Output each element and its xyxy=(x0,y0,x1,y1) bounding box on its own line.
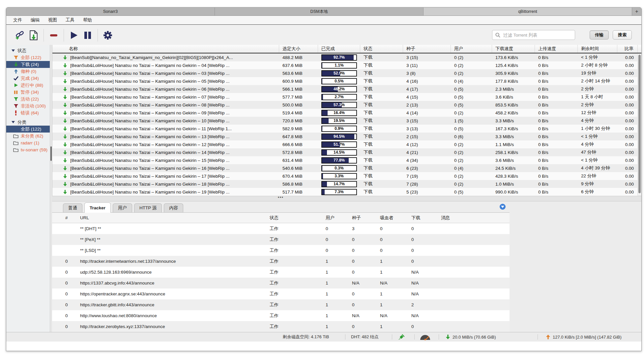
add-torrent-link-button[interactable] xyxy=(13,28,27,42)
torrent-row[interactable]: [BeanSub&LoliHouse] Nanatsu no Taizai – … xyxy=(52,93,637,101)
torrent-row[interactable]: [BeanSub&LoliHouse] Nanatsu no Taizai – … xyxy=(52,172,637,180)
torrent-list-scrollbar-thumb[interactable] xyxy=(638,55,641,193)
col-peers: 0 (4) xyxy=(451,166,492,171)
torrent-row[interactable]: [BeanSub&LoliHouse] Nanatsu no Taizai – … xyxy=(52,156,637,164)
torrent-row[interactable]: [BeanSub&LoliHouse] Nanatsu no Taizai – … xyxy=(52,125,637,133)
tracker-row[interactable]: 0udp://52.58.128.163:6969/announce工作101N… xyxy=(52,267,510,278)
sidebar-item-status[interactable]: 活动 (22) xyxy=(6,96,50,103)
menu-item[interactable]: 视图 xyxy=(44,17,61,23)
torrent-column-header[interactable]: 状态 xyxy=(360,45,403,53)
tracker-column-header[interactable]: 用户 xyxy=(326,215,352,221)
tracker-row[interactable]: ** [PeX] **工作0000 xyxy=(52,234,510,245)
sidebar-item-category[interactable]: tv-sonarr (59) xyxy=(6,146,50,153)
col-dl_speed: 125.4 KiB/s xyxy=(492,63,535,68)
sidebar-item-status[interactable]: 完成 (34) xyxy=(6,75,50,82)
pause-button[interactable] xyxy=(81,28,95,42)
details-tab-http-源[interactable]: HTTP 源 xyxy=(134,203,162,212)
sidebar-item-status[interactable]: 全部 (122) xyxy=(6,54,50,61)
torrent-column-header[interactable]: 上传速度 xyxy=(535,45,578,53)
sidebar-item-status[interactable]: 做种 (0) xyxy=(6,68,50,75)
torrent-column-header[interactable]: 下载速度 xyxy=(492,45,535,53)
window-tab[interactable]: Sonarr3 xyxy=(6,8,215,15)
torrent-column-header[interactable]: 比率 xyxy=(617,45,638,53)
search-view-button[interactable]: 搜索 xyxy=(613,30,632,40)
new-tab-button[interactable]: + xyxy=(632,8,641,15)
tracker-row[interactable]: 0http://tracker.zerobytes.xyz:1337/annou… xyxy=(52,321,510,332)
connection-status-icon[interactable] xyxy=(398,332,404,342)
torrent-filter-input[interactable] xyxy=(503,32,572,38)
torrent-name: [BeanSub][Nanatsu_no_Taizai_Kamigami_no_… xyxy=(70,55,233,60)
tracker-row[interactable]: 0https://opentracker.acgnx.se:443/announ… xyxy=(52,288,510,299)
sidebar-item-status[interactable]: 错误 (64) xyxy=(6,109,50,116)
torrent-column-header[interactable]: 名称 xyxy=(52,45,279,53)
sidebar-item-status[interactable]: 非活动 (100) xyxy=(6,103,50,109)
window-tab[interactable]: DSM本地 xyxy=(215,8,424,15)
details-tab-tracker[interactable]: Tracker xyxy=(84,202,111,213)
menu-item[interactable]: 帮助 xyxy=(79,17,96,23)
tracker-column-header[interactable]: 吸血者 xyxy=(380,215,411,221)
tracker-row[interactable]: 0https://1337.abcvg.info:443/announce工作1… xyxy=(52,278,510,288)
add-torrent-file-button[interactable] xyxy=(27,28,41,42)
tracker-column-header[interactable]: 消息 xyxy=(441,215,510,221)
torrent-row[interactable]: [BeanSub&LoliHouse] Nanatsu no Taizai – … xyxy=(52,140,637,148)
col-size: 519.4 MiB xyxy=(279,110,318,115)
tracker-row[interactable]: ** [DHT] **工作0300 xyxy=(52,223,510,234)
torrent-row[interactable]: [BeanSub&LoliHouse] Nanatsu no Taizai – … xyxy=(52,101,637,109)
torrent-column-header[interactable]: 种子 xyxy=(403,45,451,53)
col-status: 下载 xyxy=(360,118,403,124)
tracker-column-header[interactable]: # xyxy=(52,215,80,220)
torrent-column-header[interactable]: 剩余时间 xyxy=(578,45,617,53)
torrent-row[interactable]: [BeanSub&LoliHouse] Nanatsu no Taizai – … xyxy=(52,69,637,77)
torrent-row[interactable]: [BeanSub&LoliHouse] Nanatsu no Taizai – … xyxy=(52,61,637,69)
sidebar-item-category[interactable]: 未分类 (62) xyxy=(6,133,50,139)
torrent-row[interactable]: [BeanSub&LoliHouse] Nanatsu no Taizai – … xyxy=(52,180,637,188)
details-tab-内容[interactable]: 内容 xyxy=(164,203,183,212)
details-tab-普通[interactable]: 普通 xyxy=(63,203,82,212)
torrent-row[interactable]: [BeanSub&LoliHouse] Nanatsu no Taizai – … xyxy=(52,133,637,140)
torrent-row[interactable]: [BeanSub&LoliHouse] Nanatsu no Taizai – … xyxy=(52,77,637,85)
sidebar-item-status[interactable]: 暂停 (34) xyxy=(6,89,50,96)
torrent-column-header[interactable]: 用户 xyxy=(451,45,492,53)
col-status: 下载 xyxy=(360,54,403,60)
options-button[interactable] xyxy=(101,28,115,42)
splitter-handle[interactable]: ⋯ xyxy=(52,194,510,201)
tracker-column-header[interactable]: URL xyxy=(80,215,270,220)
chevron-down-icon xyxy=(12,49,15,52)
speed-limits-gauge-icon[interactable] xyxy=(420,332,431,342)
tracker-column-header[interactable]: 状态 xyxy=(270,215,326,221)
torrent-row[interactable]: [BeanSub][Nanatsu_no_Taizai_Kamigami_no_… xyxy=(52,53,637,61)
resume-button[interactable] xyxy=(67,28,81,42)
col-size: 600.9 MiB xyxy=(279,79,318,84)
sidebar-item-category[interactable]: 全部 (122) xyxy=(6,126,50,133)
torrent-row[interactable]: [BeanSub&LoliHouse] Nanatsu no Taizai – … xyxy=(52,117,637,125)
sidebar-scrollbar-thumb[interactable] xyxy=(50,146,52,161)
details-collapse-button[interactable] xyxy=(500,204,506,210)
sidebar-item-category[interactable]: radarr (1) xyxy=(6,139,50,146)
delete-torrent-button[interactable] xyxy=(47,28,61,42)
sidebar-item-status[interactable]: 进行中 (88) xyxy=(6,82,50,89)
torrent-row[interactable]: [BeanSub&LoliHouse] Nanatsu no Taizai – … xyxy=(52,164,637,172)
tracker-col-downloaded: 0 xyxy=(411,248,441,253)
tracker-column-header[interactable]: 下载 xyxy=(411,215,441,221)
tracker-column-header[interactable]: 种子 xyxy=(352,215,380,221)
sidebar-item-status[interactable]: 下载 (24) xyxy=(6,61,50,68)
torrent-row[interactable]: [BeanSub&LoliHouse] Nanatsu no Taizai – … xyxy=(52,148,637,156)
transfers-view-button[interactable]: 传输 xyxy=(590,30,609,40)
details-tab-用户[interactable]: 用户 xyxy=(113,203,132,212)
tracker-row[interactable]: 0http://tracker.internetwarriors.net:133… xyxy=(52,256,510,267)
tracker-row[interactable]: 0http://www.loushao.net:8080/announce工作1… xyxy=(52,310,510,321)
torrent-row[interactable]: [BeanSub&LoliHouse] Nanatsu no Taizai – … xyxy=(52,85,637,93)
tracker-col-leeches: 1 xyxy=(380,324,411,329)
torrent-list-scrollbar[interactable] xyxy=(637,54,641,195)
filter-sidebar: 状态 全部 (122)下载 (24)做种 (0)完成 (34)进行中 (88)暂… xyxy=(6,45,50,342)
tracker-row[interactable]: 0https://tracker.gbitt.info:443/announce… xyxy=(52,299,510,310)
torrent-row[interactable]: [BeanSub&LoliHouse] Nanatsu no Taizai – … xyxy=(52,109,637,117)
global-upload-speed: 127.0 KiB/s [2.0 MiB/s] (147.82 GiB) xyxy=(545,332,622,342)
torrent-column-header[interactable]: 已完成 xyxy=(318,45,360,53)
tracker-row[interactable]: ** [LSD] **工作0000 xyxy=(52,245,510,256)
torrent-column-header[interactable]: 选定大小 xyxy=(279,45,318,53)
window-tab[interactable]: qBittorrent xyxy=(424,8,632,15)
menu-item[interactable]: 编辑 xyxy=(26,17,44,23)
menu-item[interactable]: 文件 xyxy=(9,17,26,23)
menu-item[interactable]: 工具 xyxy=(61,17,79,23)
